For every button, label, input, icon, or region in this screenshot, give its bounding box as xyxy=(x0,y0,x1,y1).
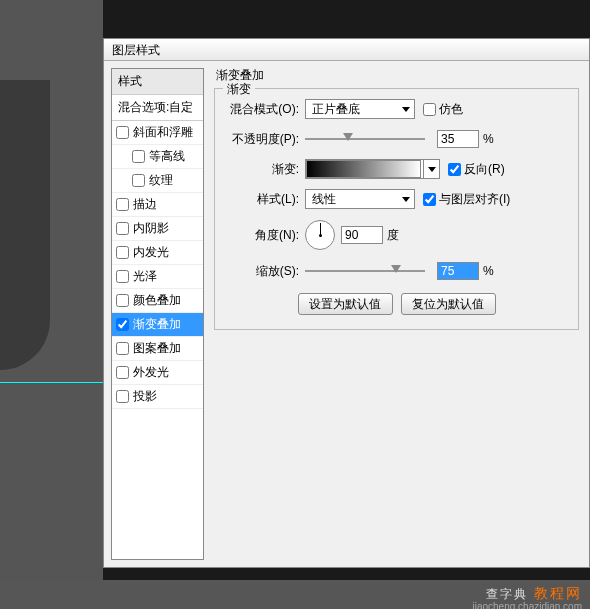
gradient-picker[interactable] xyxy=(305,159,440,179)
gradient-preview-icon xyxy=(306,160,421,178)
style-label: 样式(L): xyxy=(223,191,305,208)
effect-settings-panel: 渐变叠加 渐变 混合模式(O): 正片叠底 仿色 不透明度(P): xyxy=(204,61,589,567)
opacity-slider[interactable] xyxy=(305,130,425,148)
effect-checkbox[interactable] xyxy=(116,390,129,403)
sidebar-item-label: 等高线 xyxy=(149,148,185,165)
angle-dial[interactable] xyxy=(305,220,335,250)
dither-checkbox-input[interactable] xyxy=(423,103,436,116)
sidebar-item-label: 内阴影 xyxy=(133,220,169,237)
scale-input[interactable] xyxy=(437,262,479,280)
effect-checkbox[interactable] xyxy=(132,150,145,163)
angle-label: 角度(N): xyxy=(223,227,305,244)
scale-label: 缩放(S): xyxy=(223,263,305,280)
effect-checkbox[interactable] xyxy=(116,222,129,235)
sidebar-item-label: 斜面和浮雕 xyxy=(133,124,193,141)
dialog-title: 图层样式 xyxy=(112,43,160,57)
reset-default-button[interactable]: 复位为默认值 xyxy=(401,293,496,315)
effect-checkbox[interactable] xyxy=(116,342,129,355)
angle-unit: 度 xyxy=(387,227,399,244)
blend-mode-value: 正片叠底 xyxy=(312,101,360,118)
chevron-down-icon xyxy=(402,107,410,112)
blend-mode-label: 混合模式(O): xyxy=(223,101,305,118)
gradient-label: 渐变: xyxy=(223,161,305,178)
reverse-checkbox[interactable]: 反向(R) xyxy=(448,161,505,178)
effect-checkbox[interactable] xyxy=(116,246,129,259)
gradient-fieldset: 渐变 混合模式(O): 正片叠底 仿色 不透明度(P): xyxy=(214,88,579,330)
sidebar-item[interactable]: 内阴影 xyxy=(112,217,203,241)
sidebar-item[interactable]: 颜色叠加 xyxy=(112,289,203,313)
sidebar-item-label: 纹理 xyxy=(149,172,173,189)
chevron-down-icon xyxy=(428,167,436,172)
angle-input[interactable] xyxy=(341,226,383,244)
sidebar-item-label: 投影 xyxy=(133,388,157,405)
effect-checkbox[interactable] xyxy=(116,126,129,139)
sidebar-item[interactable]: 光泽 xyxy=(112,265,203,289)
sidebar-item-label: 描边 xyxy=(133,196,157,213)
gradient-dropdown-button[interactable] xyxy=(423,160,439,178)
percent-label: % xyxy=(483,264,494,278)
panel-title: 渐变叠加 xyxy=(216,67,579,84)
effect-checkbox[interactable] xyxy=(116,294,129,307)
dialog-title-bar[interactable]: 图层样式 xyxy=(104,39,589,61)
styles-sidebar: 样式 混合选项:自定 斜面和浮雕等高线纹理描边内阴影内发光光泽颜色叠加渐变叠加图… xyxy=(111,68,204,560)
opacity-input[interactable] xyxy=(437,130,479,148)
make-default-button[interactable]: 设置为默认值 xyxy=(298,293,393,315)
effect-checkbox[interactable] xyxy=(116,318,129,331)
sidebar-item-label: 图案叠加 xyxy=(133,340,181,357)
effect-checkbox[interactable] xyxy=(116,198,129,211)
blend-mode-dropdown[interactable]: 正片叠底 xyxy=(305,99,415,119)
percent-label: % xyxy=(483,132,494,146)
dither-label: 仿色 xyxy=(439,101,463,118)
sidebar-item[interactable]: 渐变叠加 xyxy=(112,313,203,337)
align-checkbox-input[interactable] xyxy=(423,193,436,206)
sidebar-item-label: 光泽 xyxy=(133,268,157,285)
layer-style-dialog: 图层样式 样式 混合选项:自定 斜面和浮雕等高线纹理描边内阴影内发光光泽颜色叠加… xyxy=(103,38,590,568)
watermark: 查字典 教程网 jiaocheng.chazidian.com xyxy=(0,580,590,609)
align-label: 与图层对齐(I) xyxy=(439,191,510,208)
effect-checkbox[interactable] xyxy=(132,174,145,187)
style-dropdown[interactable]: 线性 xyxy=(305,189,415,209)
sidebar-item[interactable]: 纹理 xyxy=(112,169,203,193)
chevron-down-icon xyxy=(402,197,410,202)
effect-checkbox[interactable] xyxy=(116,366,129,379)
dither-checkbox[interactable]: 仿色 xyxy=(423,101,463,118)
sidebar-item[interactable]: 斜面和浮雕 xyxy=(112,121,203,145)
scale-slider[interactable] xyxy=(305,262,425,280)
effect-checkbox[interactable] xyxy=(116,270,129,283)
sidebar-header[interactable]: 样式 xyxy=(112,69,203,95)
sidebar-item-label: 内发光 xyxy=(133,244,169,261)
sidebar-item[interactable]: 等高线 xyxy=(112,145,203,169)
reverse-checkbox-input[interactable] xyxy=(448,163,461,176)
sidebar-item[interactable]: 外发光 xyxy=(112,361,203,385)
fieldset-legend: 渐变 xyxy=(223,81,255,98)
sidebar-item-label: 外发光 xyxy=(133,364,169,381)
sidebar-item[interactable]: 描边 xyxy=(112,193,203,217)
sidebar-item-label: 颜色叠加 xyxy=(133,292,181,309)
sidebar-item-label: 渐变叠加 xyxy=(133,316,181,333)
style-value: 线性 xyxy=(312,191,336,208)
align-checkbox[interactable]: 与图层对齐(I) xyxy=(423,191,510,208)
opacity-label: 不透明度(P): xyxy=(223,131,305,148)
sidebar-item[interactable]: 投影 xyxy=(112,385,203,409)
sidebar-item[interactable]: 图案叠加 xyxy=(112,337,203,361)
sidebar-item[interactable]: 内发光 xyxy=(112,241,203,265)
blend-options-item[interactable]: 混合选项:自定 xyxy=(112,95,203,121)
reverse-label: 反向(R) xyxy=(464,161,505,178)
